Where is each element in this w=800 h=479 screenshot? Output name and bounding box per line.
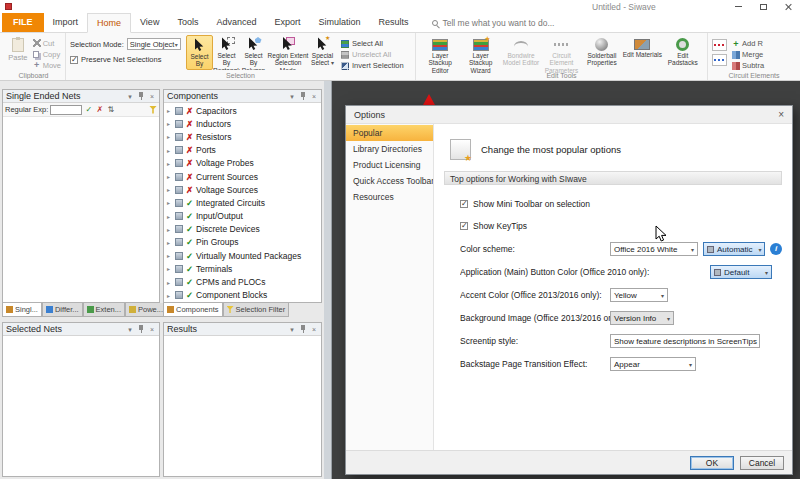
component-tree-item[interactable]: ▸ ✗ Voltage Sources	[164, 183, 321, 196]
expand-arrow-icon[interactable]: ▸	[167, 147, 173, 154]
component-tree-item[interactable]: ▸ ✓ Discrete Devices	[164, 223, 321, 236]
selection-tool-button[interactable]: Select By Clicking ▾	[186, 35, 213, 70]
expand-arrow-icon[interactable]: ▸	[167, 252, 173, 259]
chevron-down-icon[interactable]: ▾	[126, 325, 134, 334]
edit-tool-button[interactable]: Bondwire Model Editor	[501, 35, 541, 74]
expand-arrow-icon[interactable]: ▸	[167, 226, 173, 233]
component-filter-mark[interactable]: ✗	[185, 106, 194, 116]
ribbon-tab[interactable]: Tools	[168, 13, 207, 32]
single-ended-nets-list[interactable]	[3, 117, 159, 302]
component-filter-mark[interactable]: ✗	[185, 145, 194, 155]
component-filter-mark[interactable]: ✓	[185, 224, 194, 234]
component-tree-item[interactable]: ▸ ✓ Component Blocks	[164, 289, 321, 302]
nets-panel-tab[interactable]: Exten...	[83, 303, 125, 317]
edit-tool-button[interactable]: Layer Stackup Editor	[420, 35, 460, 74]
info-icon[interactable]: i	[770, 243, 782, 255]
clipboard-mini-button[interactable]: Move	[33, 60, 61, 70]
expand-arrow-icon[interactable]: ▸	[167, 133, 173, 140]
dialog-titlebar[interactable]: Options ×	[346, 106, 792, 124]
component-filter-mark[interactable]: ✓	[185, 290, 194, 300]
filter-funnel-icon[interactable]	[149, 106, 157, 114]
accent-color-dropdown[interactable]: Yellow ▾	[610, 288, 668, 302]
component-tree-item[interactable]: ▸ ✓ Terminals	[164, 262, 321, 275]
options-nav-item[interactable]: Popular	[346, 125, 433, 141]
selection-tool-button[interactable]: Select By Rectangle ▾	[213, 35, 240, 70]
selection-side-button[interactable]: Select All	[341, 39, 404, 48]
pin-icon[interactable]	[299, 92, 307, 101]
dialog-close-icon[interactable]: ×	[778, 110, 784, 120]
close-panel-icon[interactable]: ×	[310, 92, 318, 101]
circuit-element-button[interactable]: Add R	[732, 39, 764, 48]
edit-tool-button[interactable]: Edit Padstacks	[663, 35, 703, 74]
expand-arrow-icon[interactable]: ▸	[167, 107, 173, 114]
component-tree-item[interactable]: ▸ ✗ Capacitors	[164, 104, 321, 117]
paste-button[interactable]: Paste	[6, 35, 30, 70]
circuit-element-button[interactable]: Subtra	[732, 61, 764, 70]
ribbon-tab[interactable]: Simulation	[309, 13, 369, 32]
edit-tool-button[interactable]: Edit Materials	[622, 35, 662, 74]
component-tree-item[interactable]: ▸ ✗ Ports	[164, 144, 321, 157]
ribbon-tab[interactable]: View	[131, 13, 168, 32]
ribbon-tab[interactable]: Results	[369, 13, 417, 32]
component-filter-mark[interactable]: ✓	[185, 237, 194, 247]
expand-arrow-icon[interactable]: ▸	[167, 213, 173, 220]
close-panel-icon[interactable]: ×	[310, 325, 318, 334]
ribbon-tab[interactable]: Export	[265, 13, 309, 32]
clipboard-mini-button[interactable]: Cut	[33, 38, 61, 48]
component-tree-item[interactable]: ▸ ✓ Virtually Mounted Packages	[164, 249, 321, 262]
expand-arrow-icon[interactable]: ▸	[167, 120, 173, 127]
selection-tool-button[interactable]: Select By Polygon ▾	[240, 35, 267, 70]
close-button[interactable]	[782, 2, 794, 11]
options-nav-item[interactable]: Library Directories	[346, 141, 433, 157]
component-tree-item[interactable]: ▸ ✓ Integrated Circuits	[164, 196, 321, 209]
component-tree-item[interactable]: ▸ ✗ Inductors	[164, 117, 321, 130]
results-list[interactable]	[164, 336, 321, 476]
expand-arrow-icon[interactable]: ▸	[167, 186, 173, 193]
color-scheme-dropdown[interactable]: Office 2016 White ▾	[610, 242, 698, 256]
option-checkbox[interactable]: Show Mini Toolbar on selection	[460, 198, 784, 210]
selection-side-button[interactable]: Unselect All	[341, 50, 404, 59]
edit-tool-button[interactable]: Solderball Properties	[582, 35, 622, 74]
circuit-element-button[interactable]: Merge	[732, 50, 764, 59]
expand-arrow-icon[interactable]: ▸	[167, 265, 173, 272]
components-panel-tab[interactable]: Components	[163, 303, 223, 317]
component-tree-item[interactable]: ▸ ✗ Current Sources	[164, 170, 321, 183]
component-tree-item[interactable]: ▸ ✓ Pin Groups	[164, 236, 321, 249]
nets-panel-tab[interactable]: Singl...	[2, 303, 42, 317]
expand-arrow-icon[interactable]: ▸	[167, 173, 173, 180]
ribbon-tab[interactable]: Import	[44, 13, 88, 32]
component-filter-mark[interactable]: ✓	[185, 264, 194, 274]
expand-arrow-icon[interactable]: ▸	[167, 279, 173, 286]
component-filter-mark[interactable]: ✓	[185, 277, 194, 287]
component-filter-mark[interactable]: ✗	[185, 132, 194, 142]
component-filter-mark[interactable]: ✓	[185, 198, 194, 208]
nets-panel-tab[interactable]: Powe...	[125, 303, 167, 317]
expand-arrow-icon[interactable]: ▸	[167, 239, 173, 246]
canvas-scrollbar[interactable]	[324, 81, 332, 479]
component-tree-item[interactable]: ▸ ✓ Input/Output	[164, 210, 321, 223]
close-panel-icon[interactable]: ×	[148, 325, 156, 334]
chevron-down-icon[interactable]: ▾	[288, 325, 296, 334]
edit-tool-button[interactable]: Circuit Element Parameters	[541, 35, 581, 74]
cancel-button[interactable]: Cancel	[740, 456, 784, 470]
file-tab[interactable]: FILE	[2, 13, 44, 32]
regex-input[interactable]	[50, 105, 82, 115]
edit-tool-button[interactable]: Layer Stackup Wizard	[460, 35, 500, 74]
screentip-style-dropdown[interactable]: Show feature descriptions in ScreenTips …	[610, 334, 760, 348]
component-filter-mark[interactable]: ✗	[185, 185, 194, 195]
ribbon-tab[interactable]: Advanced	[207, 13, 265, 32]
expand-arrow-icon[interactable]: ▸	[167, 199, 173, 206]
clear-filter-cross-icon[interactable]: ✗	[95, 105, 104, 115]
backstage-transition-dropdown[interactable]: Appear ▾	[610, 357, 696, 371]
layout-canvas[interactable]: Options × Popular Library Directories Pr…	[324, 81, 800, 479]
selection-tool-button[interactable]: Special Select ▾	[309, 35, 336, 70]
preserve-net-selections-checkbox[interactable]: Preserve Net Selections	[70, 55, 186, 64]
component-filter-mark[interactable]: ✓	[185, 211, 194, 221]
chevron-down-icon[interactable]: ▾	[126, 92, 134, 101]
chevron-down-icon[interactable]: ▾	[288, 92, 296, 101]
ok-button[interactable]: OK	[690, 456, 734, 470]
component-tree-item[interactable]: ▸ ✗ Voltage Probes	[164, 157, 321, 170]
app-button-color-dropdown[interactable]: Default ▾	[710, 265, 772, 279]
component-tree-item[interactable]: ▸ ✗ Resistors	[164, 130, 321, 143]
pin-icon[interactable]	[137, 325, 145, 334]
